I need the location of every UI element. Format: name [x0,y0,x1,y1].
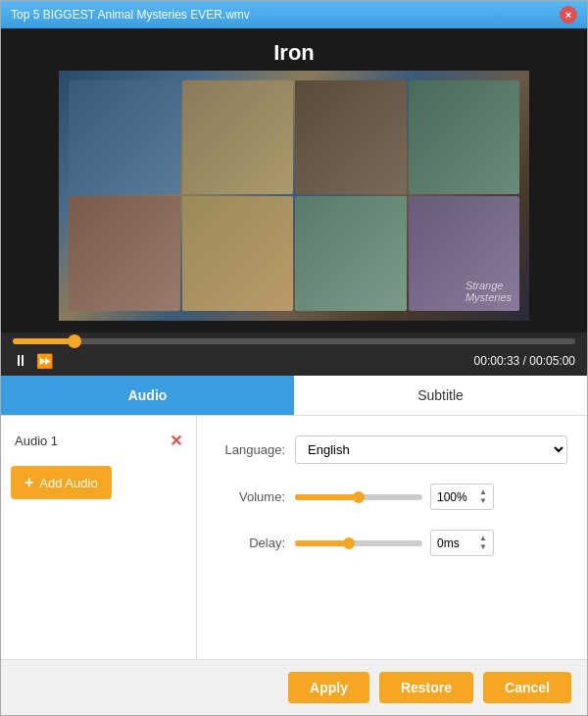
volume-label: Volume: [217,489,285,504]
tabs-row: Audio Subtitle [1,376,587,416]
apply-button[interactable]: Apply [288,672,369,703]
grid-cell-6 [182,196,294,311]
volume-row: Volume: 100% ▲ ▼ [217,484,567,510]
remove-audio-button[interactable]: ✕ [170,432,182,450]
volume-spinner[interactable]: ▲ ▼ [479,488,487,505]
plus-icon: + [24,474,33,491]
delay-slider-thumb[interactable] [343,537,355,549]
delay-label: Delay: [217,536,285,550]
playback-controls: ⏸ ⏩ [13,352,53,370]
delay-row: Delay: 0ms ▲ ▼ [217,530,567,556]
playback-row: ⏸ ⏩ 00:00:33 / 00:05:00 [13,352,575,370]
current-time: 00:00:33 [474,354,520,368]
grid-cell-5 [69,196,180,311]
progress-fill [13,338,74,344]
language-select[interactable]: English French Spanish German Chinese [295,435,567,464]
close-button[interactable]: × [560,6,577,24]
title-bar: Top 5 BIGGEST Animal Mysteries EVER.wmv … [1,1,587,28]
video-effect-title: Iron [1,40,587,66]
window-title: Top 5 BIGGEST Animal Mysteries EVER.wmv [11,8,250,22]
progress-thumb[interactable] [68,334,81,348]
audio-item-name: Audio 1 [15,434,58,448]
tab-audio[interactable]: Audio [1,376,294,415]
volume-slider-fill [295,494,359,500]
volume-value: 100% [437,490,467,504]
delay-slider-track[interactable] [295,540,422,546]
time-separator: / [519,354,529,368]
volume-slider-container: 100% ▲ ▼ [295,484,567,510]
tab-subtitle[interactable]: Subtitle [294,376,587,415]
add-audio-label: Add Audio [39,476,97,490]
volume-slider-track[interactable] [295,494,422,500]
grid-cell-7 [295,196,407,311]
settings-panel: Language: English French Spanish German … [197,416,587,659]
controls-bar: ⏸ ⏩ 00:00:33 / 00:05:00 [1,332,587,376]
video-thumbnail: StrangeMysteries [59,71,529,321]
add-audio-button[interactable]: + Add Audio [11,466,112,499]
tab-content: Audio 1 ✕ + Add Audio Language: English … [1,416,587,659]
volume-value-box: 100% ▲ ▼ [430,484,494,510]
watermark: StrangeMysteries [466,280,512,303]
delay-value: 0ms [437,537,460,550]
audio-list: Audio 1 ✕ + Add Audio [1,416,197,659]
main-window: Top 5 BIGGEST Animal Mysteries EVER.wmv … [0,0,588,716]
video-area: Iron StrangeMysteries [1,28,587,332]
fast-forward-button[interactable]: ⏩ [36,353,53,369]
delay-slider-container: 0ms ▲ ▼ [295,530,567,556]
cancel-button[interactable]: Cancel [483,672,571,703]
pause-button[interactable]: ⏸ [13,352,28,370]
time-display: 00:00:33 / 00:05:00 [474,354,575,368]
total-time: 00:05:00 [529,354,575,368]
delay-spinner[interactable]: ▲ ▼ [479,535,487,551]
grid-cell-4 [409,80,520,195]
video-grid [59,71,529,321]
delay-up-arrow[interactable]: ▲ [479,535,487,542]
list-item: Audio 1 ✕ [11,426,186,456]
volume-down-arrow[interactable]: ▼ [479,497,487,505]
grid-cell-2 [182,80,294,195]
bottom-bar: Apply Restore Cancel [1,659,587,715]
restore-button[interactable]: Restore [379,672,473,703]
volume-up-arrow[interactable]: ▲ [479,488,487,496]
delay-slider-fill [295,540,349,546]
delay-down-arrow[interactable]: ▼ [479,543,487,551]
language-row: Language: English French Spanish German … [217,435,567,464]
grid-cell-1 [69,80,180,195]
language-label: Language: [217,442,285,457]
grid-cell-3 [295,80,407,195]
volume-slider-thumb[interactable] [353,491,365,503]
progress-track[interactable] [13,338,575,344]
delay-value-box: 0ms ▲ ▼ [430,530,494,556]
